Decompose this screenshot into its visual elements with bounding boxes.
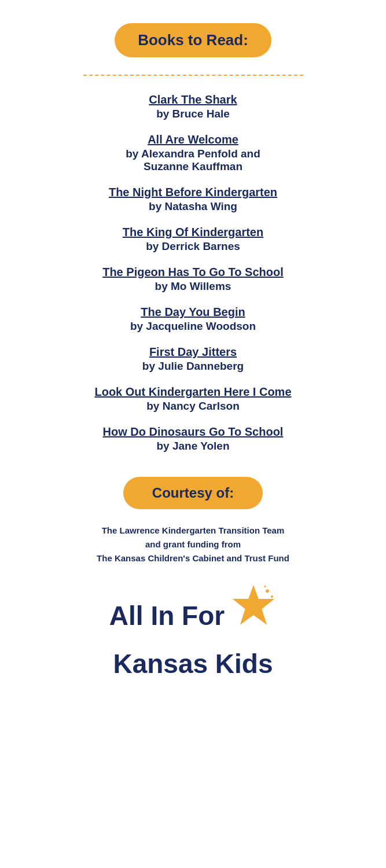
courtesy-line2: and grant funding from <box>145 539 241 549</box>
book-author: by Julie Danneberg <box>142 360 244 373</box>
header-title: Books to Read: <box>138 31 248 49</box>
book-entry: The Day You Beginby Jacqueline Woodson <box>130 306 256 333</box>
book-author: by Jane Yolen <box>103 440 284 453</box>
book-author: by Nancy Carlson <box>94 400 291 413</box>
logo-row: All In For <box>109 583 277 649</box>
logo-row2: Kansas Kids <box>113 649 273 679</box>
header-badge: Books to Read: <box>115 23 271 57</box>
book-author: by Natasha Wing <box>109 200 277 213</box>
book-author: by Bruce Hale <box>149 108 237 120</box>
logo-line1: All In For <box>109 601 225 631</box>
book-author: by Derrick Barnes <box>123 240 263 253</box>
book-entry: All Are Welcomeby Alexandra Penfold andS… <box>126 133 260 173</box>
books-list: Clark The Sharkby Bruce HaleAll Are Welc… <box>12 93 374 465</box>
book-title: First Day Jitters <box>142 345 244 359</box>
courtesy-label: Courtesy of: <box>152 485 234 501</box>
book-entry: The King Of Kindergartenby Derrick Barne… <box>123 226 263 253</box>
book-entry: Clark The Sharkby Bruce Hale <box>149 93 237 120</box>
book-entry: The Pigeon Has To Go To Schoolby Mo Will… <box>102 266 284 293</box>
book-title: Clark The Shark <box>149 93 237 106</box>
logo-section: All In For Kansas Kids <box>109 583 277 679</box>
book-title: How Do Dinosaurs Go To School <box>103 425 284 439</box>
courtesy-section: Courtesy of: The Lawrence Kindergarten T… <box>12 477 374 679</box>
logo-line2: Kansas Kids <box>113 649 273 679</box>
book-entry: Look Out Kindergarten Here I Comeby Nanc… <box>94 385 291 413</box>
book-title: The Day You Begin <box>130 306 256 319</box>
book-entry: The Night Before Kindergartenby Natasha … <box>109 186 277 213</box>
book-title: All Are Welcome <box>126 133 260 146</box>
courtesy-text: The Lawrence Kindergarten Transition Tea… <box>97 524 289 565</box>
divider <box>83 75 303 76</box>
book-title: The Pigeon Has To Go To School <box>102 266 284 279</box>
courtesy-line1: The Lawrence Kindergarten Transition Tea… <box>102 525 285 535</box>
book-author: by Alexandra Penfold andSuzanne Kauffman <box>126 148 260 173</box>
book-title: The Night Before Kindergarten <box>109 186 277 199</box>
star-icon <box>230 583 277 631</box>
book-title: The King Of Kindergarten <box>123 226 263 239</box>
book-author: by Mo Willems <box>102 280 284 293</box>
book-entry: First Day Jittersby Julie Danneberg <box>142 345 244 373</box>
svg-point-3 <box>264 586 266 587</box>
book-author: by Jacqueline Woodson <box>130 320 256 333</box>
svg-point-1 <box>266 590 269 593</box>
book-entry: How Do Dinosaurs Go To Schoolby Jane Yol… <box>103 425 284 453</box>
courtesy-badge: Courtesy of: <box>123 477 263 509</box>
book-title: Look Out Kindergarten Here I Come <box>94 385 291 399</box>
svg-point-2 <box>271 595 273 598</box>
courtesy-line3: The Kansas Children's Cabinet and Trust … <box>97 553 289 563</box>
